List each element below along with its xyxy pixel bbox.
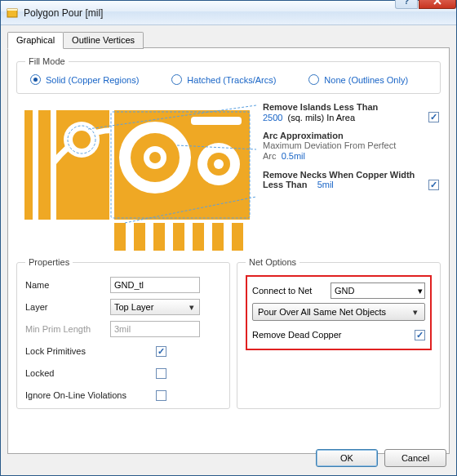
svg-rect-20 bbox=[232, 223, 243, 251]
chevron-down-icon: ▾ bbox=[418, 286, 423, 296]
svg-rect-16 bbox=[153, 223, 165, 251]
pour-options: Remove Islands Less Than 2500 (sq. mils)… bbox=[263, 100, 439, 257]
min-prim-field bbox=[110, 321, 200, 337]
titlebar[interactable]: Polygon Pour [mil] ? bbox=[1, 1, 456, 25]
svg-point-13 bbox=[214, 159, 224, 169]
radio-solid[interactable]: Solid (Copper Regions) bbox=[30, 74, 139, 85]
remove-dead-copper-checkbox[interactable] bbox=[415, 330, 425, 340]
pour-over-dropdown[interactable]: Pour Over All Same Net Objects ▾ bbox=[252, 303, 425, 321]
radio-icon bbox=[30, 74, 41, 85]
chevron-down-icon: ▾ bbox=[410, 307, 421, 318]
svg-rect-17 bbox=[173, 223, 184, 251]
help-button[interactable]: ? bbox=[395, 0, 418, 9]
svg-rect-14 bbox=[114, 223, 126, 251]
svg-point-8 bbox=[73, 131, 91, 149]
net-options-group: Net Options Connect to Net GND ▾ Pour Ov… bbox=[237, 257, 441, 409]
svg-point-11 bbox=[149, 152, 161, 163]
fill-mode-group: Fill Mode Solid (Copper Regions) Hatched… bbox=[16, 56, 441, 94]
islands-value[interactable]: 2500 bbox=[263, 113, 282, 122]
lock-primitives-checkbox[interactable] bbox=[156, 346, 166, 357]
svg-rect-19 bbox=[212, 223, 224, 251]
arc-value[interactable]: 0.5mil bbox=[282, 151, 305, 161]
ok-button[interactable]: OK bbox=[316, 449, 378, 467]
islands-checkbox[interactable] bbox=[428, 112, 439, 122]
pour-diagram bbox=[18, 100, 256, 257]
svg-rect-2 bbox=[33, 110, 38, 220]
polygon-pour-dialog: Polygon Pour [mil] ? Graphical Outline V… bbox=[0, 0, 457, 476]
radio-icon bbox=[308, 74, 319, 85]
properties-group: Properties Name Layer Top Layer ▾ Min Pr… bbox=[16, 257, 230, 409]
window-title: Polygon Pour [mil] bbox=[24, 7, 395, 19]
net-options-highlight: Connect to Net GND ▾ Pour Over All Same … bbox=[246, 275, 432, 350]
svg-rect-1 bbox=[7, 9, 17, 11]
close-button[interactable] bbox=[419, 0, 456, 9]
client-area: Graphical Outline Vertices Fill Mode Sol… bbox=[1, 25, 456, 475]
layer-dropdown[interactable]: Top Layer ▾ bbox=[110, 299, 200, 315]
tab-graphical[interactable]: Graphical bbox=[7, 32, 64, 49]
radio-icon bbox=[171, 74, 182, 85]
necks-checkbox[interactable] bbox=[428, 180, 439, 190]
close-icon bbox=[433, 0, 442, 5]
connect-net-dropdown[interactable]: GND ▾ bbox=[331, 282, 425, 299]
svg-rect-15 bbox=[134, 223, 145, 251]
tab-panel: Fill Mode Solid (Copper Regions) Hatched… bbox=[7, 47, 450, 454]
radio-hatched[interactable]: Hatched (Tracks/Arcs) bbox=[171, 74, 276, 85]
chevron-down-icon: ▾ bbox=[186, 302, 197, 313]
fill-mode-legend: Fill Mode bbox=[25, 56, 69, 66]
name-field[interactable] bbox=[110, 277, 200, 293]
svg-rect-3 bbox=[51, 110, 56, 220]
necks-value[interactable]: 5mil bbox=[317, 180, 334, 189]
radio-none[interactable]: None (Outlines Only) bbox=[308, 74, 408, 85]
tab-outline-vertices[interactable]: Outline Vertices bbox=[64, 32, 144, 49]
pour-illustration bbox=[18, 100, 256, 257]
svg-rect-18 bbox=[193, 223, 204, 251]
locked-checkbox[interactable] bbox=[156, 368, 166, 379]
cancel-button[interactable]: Cancel bbox=[384, 449, 446, 467]
ignore-violations-checkbox[interactable] bbox=[156, 390, 166, 401]
app-icon bbox=[6, 7, 19, 20]
svg-rect-7 bbox=[191, 117, 242, 125]
